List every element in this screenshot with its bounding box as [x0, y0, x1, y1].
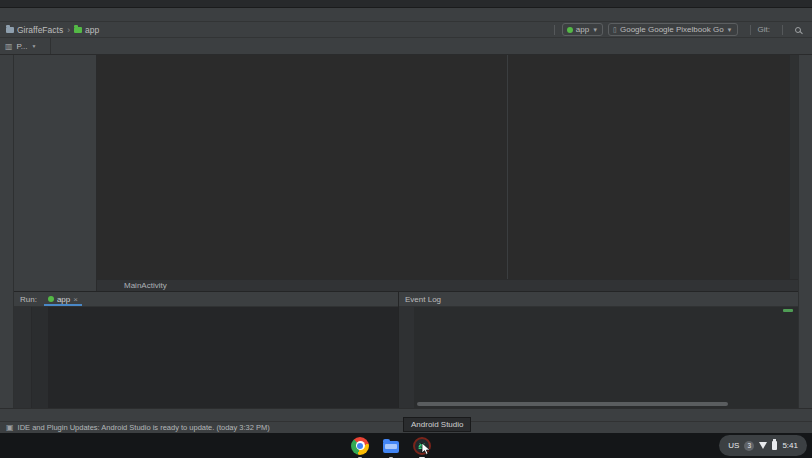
android-app-icon	[48, 296, 54, 302]
main-toolbar: GiraffeFacts › app app ▼ ▯ Google Google…	[0, 22, 812, 38]
chevron-down-icon: ▼	[727, 27, 733, 33]
project-view-selector[interactable]: ▥ P... ▼	[0, 38, 51, 54]
taskbar-tooltip: Android Studio	[403, 417, 471, 432]
editor-scrollbar[interactable]	[789, 55, 798, 279]
breadcrumb-module[interactable]: app	[85, 25, 99, 35]
update-indicator-icon: ▣	[6, 423, 14, 432]
tooltip-text: Android Studio	[411, 420, 463, 429]
chrome-icon	[351, 437, 369, 455]
right-tool-stripe	[798, 55, 812, 408]
window-top-edge	[0, 0, 812, 8]
horizontal-scrollbar[interactable]	[417, 402, 728, 406]
module-folder-icon	[74, 27, 82, 33]
breadcrumb-project[interactable]: GiraffeFacts	[17, 25, 63, 35]
navigation-breadcrumb: GiraffeFacts › app	[6, 25, 99, 35]
battery-icon	[772, 441, 777, 450]
editor-tab-bar: ▥ P... ▼	[0, 38, 812, 55]
toolbar-separator	[750, 25, 751, 35]
breadcrumb-separator: ›	[67, 25, 70, 35]
project-view-icon: ▥	[5, 42, 13, 51]
wifi-icon	[759, 442, 767, 449]
run-tool-window: Run: app ×	[14, 292, 399, 408]
editor-code-area[interactable]	[97, 55, 789, 279]
left-tool-stripe	[0, 55, 14, 408]
run-tab-app[interactable]: app ×	[42, 292, 84, 306]
android-app-icon	[567, 27, 573, 33]
chevron-down-icon: ▼	[32, 43, 37, 49]
system-tray[interactable]: US 3 5:41	[719, 435, 807, 456]
files-icon	[383, 441, 399, 453]
notification-badge: 3	[744, 441, 754, 451]
run-config-dropdown[interactable]: app ▼	[562, 23, 603, 36]
event-log-entries	[414, 307, 798, 408]
project-tree-panel	[14, 55, 97, 291]
keyboard-layout-indicator: US	[728, 441, 739, 450]
device-dropdown[interactable]: ▯ Google Google Pixelbook Go ▼	[608, 23, 737, 36]
event-log-toolbar	[399, 307, 414, 408]
close-icon[interactable]: ×	[73, 295, 78, 304]
code-editor[interactable]: MainActivity	[97, 55, 798, 291]
project-view-label: P...	[17, 42, 28, 51]
toolbar-separator	[782, 25, 783, 35]
scrollbar-ok-mark	[783, 309, 793, 312]
status-message[interactable]: IDE and Plugin Updates: Android Studio i…	[18, 423, 270, 432]
android-studio-shortcut[interactable]	[412, 436, 432, 456]
breadcrumb-class[interactable]: MainActivity	[124, 281, 167, 290]
run-tab-label: app	[57, 295, 70, 304]
android-studio-window: GiraffeFacts › app app ▼ ▯ Google Google…	[0, 0, 812, 458]
toolbar-actions: app ▼ ▯ Google Google Pixelbook Go ▼ Git…	[547, 23, 806, 36]
system-shelf: US 3 5:41	[0, 433, 812, 458]
run-toolbar-primary	[14, 307, 31, 408]
files-shortcut[interactable]	[381, 436, 401, 456]
clock: 5:41	[782, 441, 798, 450]
search-icon[interactable]	[795, 27, 801, 33]
menu-bar	[0, 8, 812, 22]
event-log-tool-window: Event Log	[399, 292, 798, 408]
chrome-shortcut[interactable]	[350, 436, 370, 456]
toolbar-separator	[554, 25, 555, 35]
device-label: Google Google Pixelbook Go	[620, 25, 724, 34]
git-label: Git:	[758, 25, 770, 34]
run-config-label: app	[576, 25, 589, 34]
mouse-cursor	[421, 443, 431, 455]
run-toolbar-secondary	[31, 307, 48, 408]
run-panel-title: Run:	[20, 295, 37, 304]
device-icon: ▯	[613, 26, 617, 34]
project-folder-icon	[6, 27, 14, 33]
event-log-title: Event Log	[405, 295, 441, 304]
editor-breadcrumb-bar: MainActivity	[97, 279, 798, 291]
right-margin-guide	[507, 55, 508, 279]
chevron-down-icon: ▼	[592, 27, 598, 33]
run-console-output[interactable]	[48, 307, 398, 408]
